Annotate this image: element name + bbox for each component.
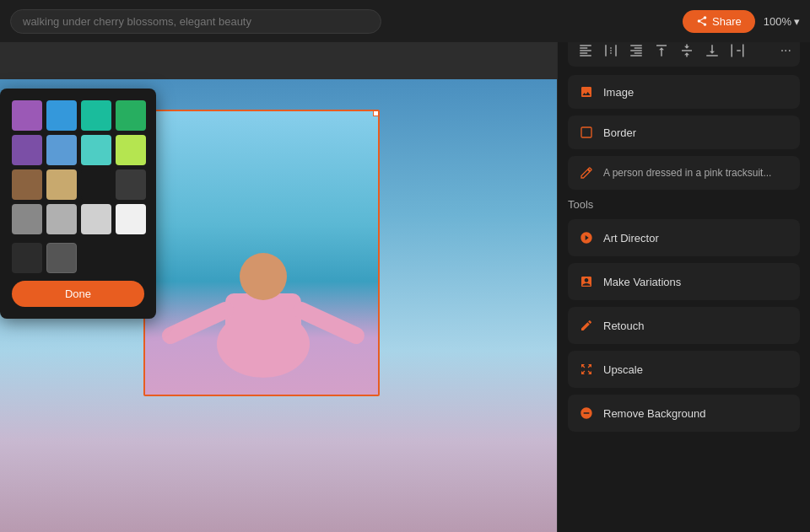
remove-background-icon [578, 405, 595, 422]
align-right-icon[interactable] [627, 41, 645, 60]
top-bar-right: Share 100% ▾ [683, 10, 800, 33]
image-icon [578, 83, 595, 100]
align-center-h-icon[interactable] [602, 41, 620, 60]
share-label: Share [712, 15, 742, 28]
tools-section: Tools Art Director Make Variations [568, 198, 800, 432]
remove-background-label: Remove Background [603, 407, 705, 420]
image-property-row[interactable]: Image [568, 75, 800, 109]
canvas-area: Done [0, 42, 557, 532]
image-label: Image [603, 86, 634, 99]
description-property-row[interactable]: A person dressed in a pink tracksuit... [568, 156, 800, 190]
align-left-icon[interactable] [576, 41, 595, 60]
corner-handle[interactable] [373, 110, 380, 116]
color-teal[interactable] [81, 100, 111, 131]
remove-background-tool[interactable]: Remove Background [568, 395, 800, 432]
color-row-extra [12, 243, 144, 273]
color-tan[interactable] [46, 169, 77, 200]
retouch-icon [578, 317, 595, 334]
share-button[interactable]: Share [683, 10, 755, 33]
border-label: Border [603, 126, 636, 139]
svg-rect-2 [225, 293, 301, 361]
upscale-label: Upscale [603, 363, 643, 376]
search-input-wrap [10, 9, 381, 34]
canvas-image-inner [145, 111, 378, 395]
color-lightgray[interactable] [81, 204, 111, 234]
make-variations-icon [578, 273, 595, 290]
search-input[interactable] [10, 9, 381, 34]
more-button[interactable]: ··· [780, 43, 791, 58]
color-green2[interactable] [116, 135, 146, 165]
color-extra2[interactable] [46, 243, 77, 273]
svg-line-5 [301, 310, 356, 336]
align-bottom-icon[interactable] [703, 41, 721, 60]
svg-line-4 [170, 310, 225, 336]
description-label: A person dressed in a pink tracksuit... [603, 167, 771, 179]
color-grid-top [12, 100, 144, 234]
align-distribute-icon[interactable] [728, 41, 747, 60]
top-bar: Share 100% ▾ [0, 0, 810, 42]
color-dark[interactable] [81, 169, 111, 200]
color-white[interactable] [116, 204, 146, 234]
color-extra1[interactable] [12, 243, 42, 273]
art-director-tool[interactable]: Art Director [568, 219, 800, 256]
share-icon [696, 15, 708, 27]
done-button[interactable]: Done [12, 281, 144, 307]
svg-rect-6 [581, 127, 591, 137]
person-silhouette [145, 110, 380, 395]
border-icon [578, 124, 595, 141]
tools-title: Tools [568, 198, 800, 211]
align-middle-icon[interactable] [678, 41, 696, 60]
zoom-chevron: ▾ [794, 15, 800, 28]
canvas-image[interactable] [143, 110, 380, 396]
color-blue[interactable] [46, 100, 77, 131]
retouch-tool[interactable]: Retouch [568, 307, 800, 344]
color-teal2[interactable] [81, 135, 111, 165]
svg-point-3 [240, 253, 287, 300]
align-top-icon[interactable] [652, 41, 671, 60]
art-director-icon [578, 229, 595, 246]
color-brown[interactable] [12, 169, 42, 200]
color-purple[interactable] [12, 100, 42, 131]
art-director-label: Art Director [603, 232, 659, 245]
border-property-row[interactable]: Border [568, 116, 800, 149]
retouch-label: Retouch [603, 320, 644, 332]
color-gray2[interactable] [46, 204, 77, 234]
color-darkgray[interactable] [116, 169, 146, 200]
color-green[interactable] [116, 100, 146, 131]
color-blue2[interactable] [46, 135, 77, 165]
make-variations-label: Make Variations [603, 276, 681, 288]
upscale-icon [578, 361, 595, 378]
make-variations-tool[interactable]: Make Variations [568, 263, 800, 300]
description-icon [578, 164, 595, 181]
upscale-tool[interactable]: Upscale [568, 351, 800, 388]
color-gray1[interactable] [12, 204, 42, 234]
right-sidebar: Properties ··· Image [557, 0, 810, 532]
zoom-value: 100% [764, 15, 791, 28]
color-purple2[interactable] [12, 135, 42, 165]
zoom-control[interactable]: 100% ▾ [764, 15, 800, 28]
color-picker-popup: Done [0, 89, 156, 319]
